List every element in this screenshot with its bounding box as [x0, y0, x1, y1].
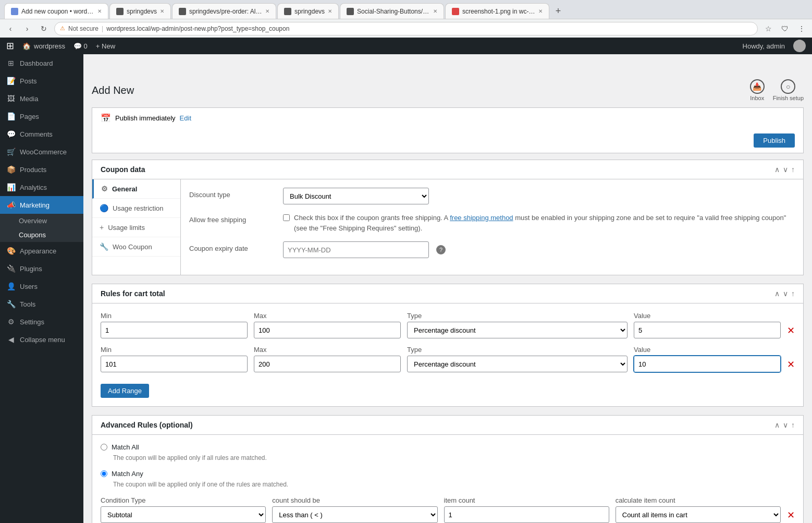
- row2-max-label: Max: [254, 346, 401, 354]
- tab-close-6[interactable]: ✕: [538, 8, 543, 14]
- tab-2[interactable]: springdevs ✕: [109, 3, 171, 19]
- address-bar[interactable]: ⚠ Not secure | wordpress.local/wp-admin/…: [54, 22, 758, 35]
- settings-icon: ⚙: [6, 317, 16, 326]
- publish-actions: Publish: [92, 128, 803, 153]
- sidebar-item-media[interactable]: 🖼 Media: [0, 90, 83, 107]
- finish-setup-button[interactable]: ○ Finish setup: [773, 79, 804, 101]
- sidebar-item-dashboard[interactable]: ⊞ Dashboard: [0, 54, 83, 72]
- sidebar-item-users[interactable]: 👤 Users: [0, 277, 83, 295]
- discount-type-select[interactable]: Percentage discount Fixed cart discount …: [283, 188, 429, 204]
- tab-6[interactable]: screenshot-1.png in wc-pre-orde... ✕: [445, 3, 549, 19]
- collapse-up-icon[interactable]: ∧: [774, 165, 780, 174]
- free-shipping-link[interactable]: free shipping method: [450, 214, 513, 222]
- expiry-date-field[interactable]: [283, 241, 429, 258]
- tab-usage-restriction[interactable]: 🔵 Usage restriction: [92, 199, 180, 218]
- comments-icon: 💬: [6, 129, 16, 139]
- sidebar-item-plugins[interactable]: 🔌 Plugins: [0, 260, 83, 277]
- new-tab-button[interactable]: +: [550, 3, 566, 19]
- tab-4[interactable]: springdevs ✕: [277, 3, 339, 19]
- rules-collapse-down-icon[interactable]: ∨: [783, 289, 788, 298]
- rules-cart-header[interactable]: Rules for cart total ∧ ∨ ↑: [92, 284, 803, 303]
- tab-close-icon[interactable]: ✕: [97, 8, 102, 14]
- advanced-collapse-down-icon[interactable]: ∨: [783, 421, 788, 429]
- item-count-input[interactable]: [444, 506, 609, 523]
- publish-button[interactable]: Publish: [754, 133, 795, 148]
- back-button[interactable]: ‹: [4, 22, 17, 35]
- site-name[interactable]: 🏠 wordpress: [22, 42, 65, 50]
- row2-value-input[interactable]: [634, 356, 781, 372]
- sidebar-label-settings: Settings: [20, 318, 44, 326]
- coupon-data-header[interactable]: Coupon data ∧ ∨ ↑: [92, 160, 803, 179]
- row2-max-input[interactable]: [254, 356, 401, 372]
- tab-woo-coupon-label: Woo Coupon: [113, 243, 152, 251]
- collapse-down-icon[interactable]: ∨: [783, 165, 788, 174]
- add-range-button[interactable]: Add Range: [101, 384, 149, 398]
- row1-max-input[interactable]: [254, 322, 401, 338]
- tab-close-4[interactable]: ✕: [328, 8, 332, 14]
- sidebar-sub-overview[interactable]: Overview: [13, 214, 83, 228]
- sidebar-label-analytics: Analytics: [20, 184, 47, 191]
- row2-type-select[interactable]: Percentage discount Fixed cart discount …: [407, 356, 628, 372]
- advanced-rules-header[interactable]: Advanced Rules (optional) ∧ ∨ ↑: [92, 416, 803, 435]
- row2-min-input[interactable]: [101, 356, 248, 372]
- inbox-button[interactable]: 📥 Inbox: [750, 79, 765, 101]
- condition-type-select[interactable]: Subtotal Product count Product category: [101, 506, 266, 523]
- sidebar-item-products[interactable]: 📦 Products: [0, 161, 83, 178]
- row1-delete-button[interactable]: ✕: [787, 325, 795, 338]
- row1-type-group: Type Percentage discount Fixed cart disc…: [407, 312, 628, 338]
- row1-min-input[interactable]: [101, 322, 248, 338]
- menu-icon[interactable]: ⋮: [795, 22, 808, 35]
- rules-collapse-up-icon[interactable]: ∧: [774, 289, 780, 298]
- match-all-group: Match All The coupon will be applied onl…: [101, 443, 795, 461]
- calendar-icon: 📅: [101, 113, 111, 123]
- appearance-icon: 🎨: [6, 246, 16, 256]
- count-should-be-select[interactable]: Less than ( < ) Greater than ( > ) Equal…: [272, 506, 437, 523]
- reload-button[interactable]: ↻: [38, 22, 50, 35]
- sidebar-item-woocommerce[interactable]: 🛒 WooCommerce: [0, 143, 83, 161]
- sidebar-item-appearance[interactable]: 🎨 Appearance: [0, 242, 83, 260]
- sidebar-item-settings[interactable]: ⚙ Settings: [0, 313, 83, 331]
- advanced-rules-title: Advanced Rules (optional): [101, 421, 193, 429]
- tab-close-2[interactable]: ✕: [160, 8, 164, 14]
- tab-woo-coupon[interactable]: 🔧 Woo Coupon: [92, 237, 180, 257]
- sidebar-item-marketing[interactable]: 📣 Marketing: [0, 196, 83, 214]
- sidebar-item-posts[interactable]: 📝 Posts: [0, 72, 83, 90]
- advanced-expand-icon[interactable]: ↑: [791, 421, 795, 429]
- free-shipping-checkbox[interactable]: [283, 214, 290, 221]
- expand-icon[interactable]: ↑: [791, 165, 795, 174]
- lock-icon: ⚠: [60, 25, 65, 32]
- publish-edit-link[interactable]: Edit: [180, 114, 191, 122]
- active-tab[interactable]: Add new coupon • wordpress... ✕: [4, 3, 108, 19]
- sidebar-item-pages[interactable]: 📄 Pages: [0, 107, 83, 125]
- bookmark-icon[interactable]: ☆: [762, 22, 774, 35]
- row1-type-select[interactable]: Percentage discount Fixed cart discount …: [407, 322, 628, 338]
- wp-admin-bar: ⊞ 🏠 wordpress 💬 0 + New Howdy, admin: [0, 38, 812, 54]
- match-all-radio[interactable]: [101, 444, 107, 451]
- rules-expand-icon[interactable]: ↑: [791, 289, 795, 298]
- item-count-group: item count: [444, 496, 609, 523]
- tab-restriction-label: Usage restriction: [113, 204, 164, 212]
- free-shipping-input: Check this box if the coupon grants free…: [283, 213, 795, 233]
- sidebar-sub-coupons[interactable]: Coupons: [13, 228, 83, 242]
- tab-usage-limits[interactable]: + Usage limits: [92, 218, 180, 237]
- sidebar-item-collapse[interactable]: ◀ Collapse menu: [0, 331, 83, 348]
- new-item-button[interactable]: + New: [96, 42, 115, 50]
- tab-favicon-4: [284, 8, 291, 15]
- tab-general[interactable]: ⚙ General: [92, 179, 180, 199]
- row1-value-input[interactable]: [634, 322, 781, 338]
- comments-count[interactable]: 💬 0: [73, 42, 88, 50]
- tab-3[interactable]: springdevs/pre-order: Allow cust... ✕: [172, 3, 276, 19]
- match-any-radio[interactable]: [101, 470, 107, 477]
- sidebar-item-analytics[interactable]: 📊 Analytics: [0, 178, 83, 196]
- tab-close-5[interactable]: ✕: [433, 8, 437, 14]
- tab-text-4: springdevs: [294, 8, 325, 15]
- tab-close-3[interactable]: ✕: [265, 8, 269, 14]
- condition-delete-button[interactable]: ✕: [787, 509, 795, 523]
- forward-button[interactable]: ›: [21, 22, 33, 35]
- sidebar-item-comments[interactable]: 💬 Comments: [0, 125, 83, 143]
- sidebar-item-tools[interactable]: 🔧 Tools: [0, 295, 83, 313]
- advanced-collapse-up-icon[interactable]: ∧: [774, 421, 780, 429]
- tab-5[interactable]: Social-Sharing-Buttons/readme.t... ✕: [340, 3, 444, 19]
- row2-delete-button[interactable]: ✕: [787, 359, 795, 372]
- calculate-select[interactable]: Count all items in cart Count unique ite…: [616, 506, 781, 523]
